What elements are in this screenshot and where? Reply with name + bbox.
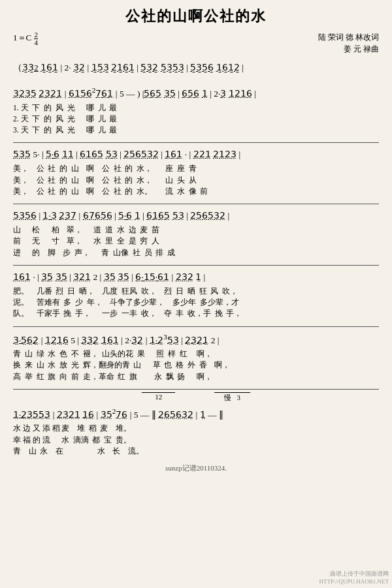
footer-logo: 曲谱上传于中国曲谱网HTTP://QUPU.HAOB1.NET (319, 570, 389, 585)
lyricist: 陆 荣词 德 林改词 (318, 31, 379, 43)
section5-block: 3̤·5̤6̤2̤ | 1̤2̤1̤6̤ 5 | 3̤3̤2̤ 1̤6̤1̤ |… (13, 330, 379, 382)
meta-info: 陆 荣词 德 林改词 姜 元 禄曲 (318, 31, 379, 55)
section5-lyrics: 青 山 绿 水 色 不 褪， 山头的花 果 照 样 红 啊， 换 来 山 水 放… (13, 348, 379, 382)
section3-lyrics: 山 松 柏 翠， 道 道 水 边 麦 苗 前 无 寸 草， 水 里 全 是 穷 … (13, 224, 379, 258)
page-container: 公社的山啊公社的水 1＝C 2 4 陆 荣词 德 林改词 姜 元 禄曲 （3̱3… (13, 7, 379, 473)
section6-block: 12 慢 3 1̤·2̤3̤5̤5̤3̤ | 2̤3̤2̤1̤ 1̤6̤ | 3… (13, 392, 379, 457)
key-label: 1＝C (13, 33, 31, 42)
composer: 姜 元 禄曲 (318, 43, 379, 55)
section1-lyrics: 1. 天 下 的 风 光 哪 儿 最 2. 天 下 的 风 光 哪 儿 最 3.… (13, 102, 379, 136)
section3-block: 5̤3̤5̤6̤ | 1̤·3̤ 2̤3̤7̤ | 6̤7̤6̤5̤6̤ | 5… (13, 207, 379, 258)
section4-notation: 1̤6̤1̤ · | 3̤5̤ 3̤5̤ | 3̤2̤1̤ 2 | 3̤5̤ 3… (13, 268, 379, 286)
key-signature: 1＝C 2 4 (13, 31, 38, 46)
song-title: 公社的山啊公社的水 (13, 7, 379, 26)
time-signature: 2 4 (34, 31, 38, 46)
section1-notation: 3̤2̤3̤5̤ 2̤3̤2̤1̤ | 6̤1̤5̤6̤27̤6̤1̤ | 5 … (13, 83, 379, 102)
section2-lyrics: 美， 公 社 的 山 啊 公 社 的 水， 座 座 青 美， 公 社 的 山 啊… (13, 163, 379, 197)
time-denominator: 4 (34, 39, 38, 46)
divider1 (13, 142, 379, 143)
bracket-area: 12 慢 3 (13, 392, 379, 403)
key-time-area: 1＝C 2 4 (13, 31, 38, 46)
intro-block: （3̱3̱2 1̱6̱1̱ | 2· 3̱2̱ | 1̱5̱3̱ 2̱1̱6̱1… (13, 59, 379, 76)
section4-lyrics: 肥。 几番 烈 日 晒， 几度 狂风 吹， 烈 日 晒 狂 风 吹， 泥。 苦难… (13, 286, 379, 320)
divider5 (13, 389, 379, 390)
section1-block: 3̤2̤3̤5̤ 2̤3̤2̤1̤ | 6̤1̤5̤6̤27̤6̤1̤ | 5 … (13, 83, 379, 136)
section4-block: 1̤6̤1̤ · | 3̤5̤ 3̤5̤ | 3̤2̤1̤ 2 | 3̤5̤ 3… (13, 268, 379, 320)
section2-notation: 5̤3̤5̤ 5· | 5̤·6̤ 1̤1̤ | 6̤1̤6̤5̤ 5̤3̤ |… (13, 146, 379, 163)
watermark-text: sunzp记谱20110324. (13, 463, 379, 473)
section5-notation: 3̤·5̤6̤2̤ | 1̤2̤1̤6̤ 5 | 3̤3̤2̤ 1̤6̤1̤ |… (13, 330, 379, 349)
bracket-label-man: 慢 3 (214, 392, 250, 403)
divider2 (13, 204, 379, 204)
divider3 (13, 265, 379, 266)
bracket-label-12: 12 (142, 392, 175, 403)
section6-lyrics: 水 边 又 添 稻 麦 堆 稻 麦 堆。 幸 福 的 流 水 滴滴 都 宝 贵。… (13, 423, 379, 457)
section3-notation: 5̤3̤5̤6̤ | 1̤·3̤ 2̤3̤7̤ | 6̤7̤6̤5̤6̤ | 5… (13, 207, 379, 224)
section6-notation: 1̤·2̤3̤5̤5̤3̤ | 2̤3̤2̤1̤ 1̤6̤ | 3̤5̤27̤6… (13, 404, 379, 424)
intro-notation: （3̱3̱2 1̱6̱1̱ | 2· 3̱2̱ | 1̱5̱3̱ 2̱1̱6̱1… (13, 59, 379, 76)
divider4 (13, 326, 379, 327)
section2-block: 5̤3̤5̤ 5· | 5̤·6̤ 1̤1̤ | 6̤1̤6̤5̤ 5̤3̤ |… (13, 146, 379, 197)
